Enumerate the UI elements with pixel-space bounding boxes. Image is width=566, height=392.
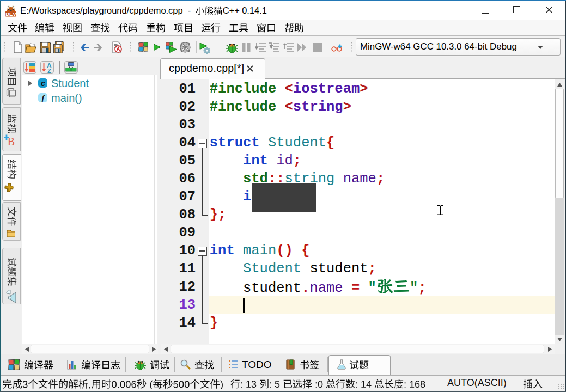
svg-text:Z: Z (47, 68, 51, 74)
svg-text:B: B (8, 136, 15, 146)
svg-text:c: c (41, 79, 45, 88)
svg-text:DEV: DEV (5, 11, 16, 17)
